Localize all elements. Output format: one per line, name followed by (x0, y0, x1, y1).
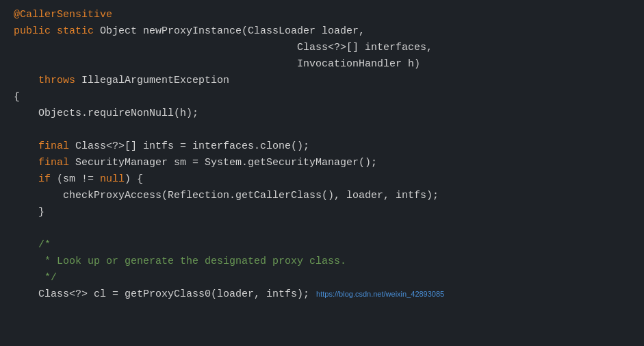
code-line-3: Class<?>[] interfaces, (0, 40, 644, 56)
code-line-12: checkProxyAccess(Reflection.getCallerCla… (0, 188, 644, 204)
code-line-9: final Class<?>[] intfs = interfaces.clon… (0, 138, 644, 155)
keyword-null: null (100, 171, 125, 188)
code-line-6: { (0, 89, 644, 106)
code-line-17: */ (0, 270, 644, 286)
code-line-1: @CallerSensitive (0, 7, 644, 23)
code-line-4: InvocationHandler h) (0, 56, 644, 73)
comment-body: * Look up or generate the designated pro… (14, 254, 346, 270)
comment-start: /* (14, 237, 51, 254)
keyword-if: if (38, 171, 51, 188)
code-line-11: if (sm != null) { (0, 171, 644, 188)
code-line-2: public static Object newProxyInstance(Cl… (0, 23, 644, 40)
code-line-15: /* (0, 237, 644, 254)
code-line-14 (0, 221, 644, 237)
keyword-final-2: final (38, 155, 69, 171)
annotation: @CallerSensitive (14, 7, 112, 23)
code-line-10: final SecurityManager sm = System.getSec… (0, 155, 644, 171)
code-line-16: * Look up or generate the designated pro… (0, 254, 644, 270)
keyword-throws: throws (38, 73, 75, 89)
keyword-static: static (57, 23, 94, 40)
code-line-18: Class<?> cl = getProxyClass0(loader, int… (0, 286, 644, 303)
watermark: https://blog.csdn.net/weixin_42893085 (316, 288, 444, 301)
code-line-8 (0, 122, 644, 138)
code-editor: @CallerSensitive public static Object ne… (0, 0, 644, 346)
comment-end: */ (14, 270, 57, 286)
keyword-final-1: final (38, 138, 69, 155)
code-line-13: } (0, 204, 644, 221)
code-line-7: Objects.requireNonNull(h); (0, 106, 644, 122)
keyword-public: public (14, 23, 51, 40)
code-line-5: throws IllegalArgumentException (0, 73, 644, 89)
